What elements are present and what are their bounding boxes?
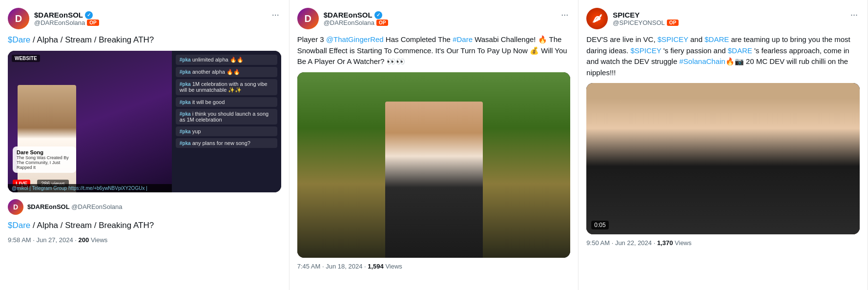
- username-3: SPICEY: [613, 11, 640, 19]
- media-container-1[interactable]: WEBSITE Dare Song The Song Was Created B…: [8, 51, 281, 192]
- figure-col3: [586, 83, 860, 234]
- media-inner-1: WEBSITE Dare Song The Song Was Created B…: [8, 51, 281, 192]
- avatar-2[interactable]: D: [297, 8, 319, 29]
- tweet-header-3: 🌶 SPICEY @SPICEYONSOL OP ···: [586, 8, 860, 29]
- chat-item-1: #pka another alpha 🔥🔥: [176, 67, 277, 77]
- stream-video-1: WEBSITE Dare Song The Song Was Created B…: [8, 51, 172, 192]
- tweet-column-1: D $DAREonSOL ✓ @DAREonSolana OP ··· $Dar…: [0, 0, 289, 290]
- user-info-2: $DAREonSOL ✓ @DAREonSolana OP: [324, 11, 389, 26]
- tweet-footer-1: 9:58 AM · Jun 27, 2024 · 200 Views: [8, 236, 281, 244]
- op-badge-2: OP: [376, 20, 388, 26]
- chat-panel: #pka unlimited alpha 🔥🔥 #pka another alp…: [172, 51, 281, 192]
- overlay-card-title: Dare Song: [17, 149, 72, 155]
- tweet-footer-2: 7:45 AM · Jun 18, 2024 · 1,594 Views: [297, 263, 571, 270]
- video-col3: 0:05: [586, 83, 860, 234]
- verified-icon-1: ✓: [85, 11, 93, 19]
- tweet-header-1: D $DAREonSOL ✓ @DAREonSolana OP ···: [8, 8, 281, 29]
- display-name-1: $DAREonSOL ✓: [34, 11, 99, 19]
- retweet-text-1: $DAREonSOL @DAREonSolana: [27, 203, 123, 210]
- avatar-3[interactable]: 🌶: [586, 8, 608, 29]
- website-badge: WEBSITE: [12, 55, 40, 62]
- display-name-2: $DAREonSOL ✓: [324, 11, 389, 19]
- timer-badge: 0:05: [591, 221, 608, 229]
- overlay-card: Dare Song The Song Was Created By The Co…: [13, 146, 76, 173]
- username-2: $DAREonSOL: [324, 11, 372, 19]
- tweet-column-3: 🌶 SPICEY @SPICEYONSOL OP ··· DEV'S are l…: [579, 0, 868, 290]
- chat-item-2: #pka 1M celebration with a song vibe wil…: [176, 79, 277, 95]
- retweet-avatar-1[interactable]: D: [8, 199, 23, 215]
- username-1: $DAREonSOL: [34, 11, 83, 19]
- tweet-title-1: $Dare / Alpha / Stream / Breaking ATH?: [8, 34, 281, 46]
- tweet-header-left-1: D $DAREonSOL ✓ @DAREonSolana OP: [8, 8, 99, 29]
- tweet-header-left-3: 🌶 SPICEY @SPICEYONSOL OP: [586, 8, 679, 29]
- retweet-title-1: $Dare / Alpha / Stream / Breaking ATH?: [8, 220, 281, 231]
- tweet-text-3: DEV'S are live in VC, $SPICEY and $DARE …: [586, 34, 860, 78]
- retweet-bar-1: D $DAREonSOL @DAREonSolana: [8, 199, 281, 215]
- user-info-1: $DAREonSOL ✓ @DAREonSolana OP: [34, 11, 99, 26]
- video-col2: [297, 72, 571, 258]
- verified-icon-2: ✓: [374, 11, 382, 19]
- more-button-3[interactable]: ···: [848, 8, 860, 22]
- more-button-2[interactable]: ···: [559, 8, 570, 22]
- tweet-column-2: D $DAREonSOL ✓ @DAREonSolana OP ··· Play…: [289, 0, 579, 290]
- tweet-header-left-2: D $DAREonSOL ✓ @DAREonSolana OP: [297, 8, 389, 29]
- tweet-footer-3: 9:50 AM · Jun 22, 2024 · 1,370 Views: [586, 239, 860, 247]
- figure-col2: [385, 102, 483, 258]
- handle-text-2: @DAREonSolana: [324, 19, 374, 26]
- handle-text-1: @DAREonSolana: [34, 19, 85, 26]
- handle-1: @DAREonSolana OP: [34, 19, 99, 26]
- streamer-figure: [18, 85, 76, 192]
- op-badge-3: OP: [667, 20, 679, 26]
- tweet-header-2: D $DAREonSOL ✓ @DAREonSolana OP ···: [297, 8, 571, 29]
- handle-text-3: @SPICEYONSOL: [613, 19, 664, 26]
- tweet-text-2: Player 3 @ThatGingerRed Has Completed Th…: [297, 34, 571, 67]
- chat-item-5: #pka yup: [176, 126, 277, 136]
- media-container-3[interactable]: 0:05: [586, 83, 860, 234]
- chat-item-4: #pka i think you should launch a song as…: [176, 109, 277, 124]
- display-name-3: SPICEY: [613, 11, 679, 19]
- media-container-2[interactable]: [297, 72, 571, 258]
- handle-3: @SPICEYONSOL OP: [613, 19, 679, 26]
- chat-item-0: #pka unlimited alpha 🔥🔥: [176, 55, 277, 65]
- telegram-bar: @mikol | Telegram Group https://t.me/+b6…: [8, 184, 172, 192]
- handle-2: @DAREonSolana OP: [324, 19, 389, 26]
- chat-item-3: #pka it will be good: [176, 97, 277, 107]
- avatar-1[interactable]: D: [8, 8, 29, 29]
- op-badge-1: OP: [87, 20, 99, 26]
- more-button-1[interactable]: ···: [270, 8, 281, 22]
- chat-item-6: #pka any plans for new song?: [176, 138, 277, 148]
- user-info-3: SPICEY @SPICEYONSOL OP: [613, 11, 679, 26]
- overlay-card-sub: The Song Was Created By The Community, I…: [17, 155, 72, 170]
